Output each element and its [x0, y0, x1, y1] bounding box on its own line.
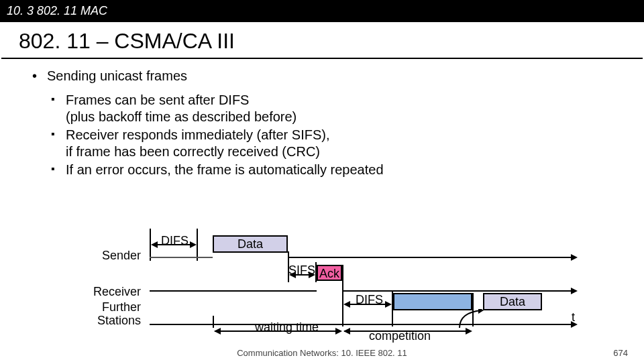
difs-label-1: DIFS — [161, 234, 189, 248]
footer-text: Communication Networks: 10. IEEE 802. 11 — [0, 348, 644, 358]
content-area: Sending unicast frames Frames can be sen… — [0, 59, 644, 178]
sender-timeline — [288, 257, 572, 258]
sifs-arrow-right — [309, 272, 315, 278]
receiver-timeline-arrow — [571, 288, 578, 294]
sub-bullet-list: Frames can be sent after DIFS (plus back… — [32, 92, 625, 178]
difs2-arrow-line — [347, 304, 387, 305]
receiver-timeline-left — [150, 290, 317, 292]
sender-timeline-arrow — [571, 254, 578, 261]
timing-diagram: Sender Receiver Further Stations DIFS Da… — [80, 231, 590, 352]
data-frame-box: Data — [213, 235, 288, 253]
page-title: 802. 11 – CSMA/CA III — [0, 22, 644, 58]
svg-marker-0 — [478, 309, 484, 314]
waiting-arrow-left — [214, 328, 221, 335]
receiver-label: Receiver — [80, 285, 141, 299]
receiver-timeline-right — [342, 290, 572, 292]
time-axis-label: t — [572, 310, 575, 324]
sub-bullet-1: Frames can be sent after DIFS (plus back… — [51, 92, 625, 125]
difs-label-2: DIFS — [356, 293, 383, 307]
competition-arrow-left — [343, 328, 350, 335]
main-bullet: Sending unicast frames — [32, 68, 625, 84]
section-header: 10. 3 802. 11 MAC — [0, 0, 644, 22]
ack-end-tick — [342, 265, 343, 326]
ack-frame-box: Ack — [317, 265, 342, 281]
data-frame-box-2: Data — [483, 293, 542, 310]
further-start-tick — [213, 316, 214, 328]
sender-pre-difs-line — [150, 257, 197, 258]
competition-label: competition — [369, 329, 431, 343]
sender-gap-line — [197, 257, 213, 258]
difs2-arrow-right — [385, 301, 392, 308]
waiting-arrow-right — [335, 328, 342, 335]
competition-arrow-right — [466, 328, 472, 335]
competition-box — [393, 293, 472, 310]
sub-bullet-2: Receiver responds immediately (after SIF… — [51, 127, 625, 160]
sub-bullet-3: If an error occurs, the frame is automat… — [51, 162, 625, 178]
curved-arrow-icon — [456, 309, 490, 330]
further-stations-label: Further Stations — [80, 301, 141, 328]
sender-label: Sender — [80, 249, 141, 263]
difs-arrow-line — [154, 244, 193, 245]
waiting-time-label: waiting time — [255, 320, 319, 335]
sender-difs-end-tick — [197, 229, 198, 261]
page-number: 674 — [613, 348, 628, 358]
